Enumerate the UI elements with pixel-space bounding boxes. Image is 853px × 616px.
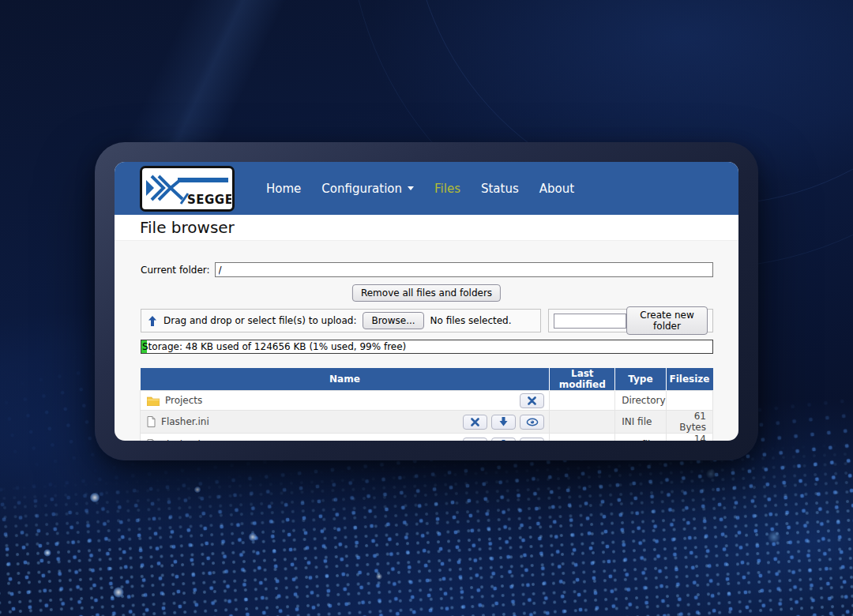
main-nav: HomeConfigurationFilesStatusAbout [266, 182, 574, 196]
view-button[interactable] [520, 415, 544, 430]
page-title: File browser [140, 218, 235, 237]
download-button[interactable] [491, 415, 516, 430]
segger-logo-icon: SEGGER [143, 169, 231, 208]
delete-icon [471, 441, 479, 441]
table-header-row: Name Last modified Type Filesize [141, 368, 713, 391]
background-particles [0, 438, 853, 616]
column-header-filesize[interactable]: Filesize [666, 368, 712, 391]
nav-item-about[interactable]: About [539, 182, 574, 196]
cell-type: Log file [615, 434, 666, 441]
background-streak [0, 0, 411, 142]
new-folder-input[interactable] [554, 314, 626, 329]
cell-filesize: 14 Bytes [666, 434, 712, 441]
row-actions [463, 438, 544, 441]
view-button[interactable] [520, 438, 544, 441]
storage-text: Storage: 48 KB used of 124656 KB (1% use… [142, 340, 406, 354]
current-folder-row: Current folder: [141, 262, 713, 277]
download-icon [499, 417, 508, 426]
nav-item-home[interactable]: Home [266, 182, 301, 196]
web-page: SEGGER HomeConfigurationFilesStatusAbout… [115, 162, 738, 441]
column-header-type[interactable]: Type [615, 368, 666, 391]
upload-arrow-icon [148, 316, 157, 326]
cell-filesize: 61 Bytes [666, 411, 712, 434]
delete-button[interactable] [520, 393, 544, 408]
delete-button[interactable] [463, 438, 487, 441]
folder-icon [147, 396, 160, 406]
background-bokeh [0, 442, 853, 616]
segger-logo[interactable]: SEGGER [140, 166, 235, 212]
delete-button[interactable] [463, 415, 487, 430]
file-icon [147, 439, 156, 441]
no-files-text: No files selected. [430, 315, 512, 326]
nav-item-configuration[interactable]: Configuration [321, 182, 414, 196]
download-button[interactable] [491, 438, 516, 441]
cell-filesize [666, 391, 712, 411]
chevron-down-icon [408, 186, 414, 190]
file-icon [147, 416, 156, 427]
column-header-last-modified[interactable]: Last modified [550, 368, 615, 391]
current-folder-input[interactable] [215, 262, 713, 277]
file-name: Flasher.log [161, 439, 212, 441]
cell-last-modified [550, 411, 615, 434]
view-icon [526, 418, 539, 426]
cell-last-modified [550, 391, 615, 411]
file-name: Flasher.ini [161, 416, 209, 427]
cell-type: INI file [615, 411, 666, 434]
file-name: Projects [165, 395, 202, 406]
upload-dropzone[interactable]: Drag and drop or select file(s) to uploa… [141, 309, 541, 332]
svg-text:SEGGER: SEGGER [187, 193, 231, 207]
cell-type: Directory [615, 391, 666, 411]
site-header: SEGGER HomeConfigurationFilesStatusAbout [115, 162, 738, 215]
table-row: Flasher.log Log file 14 Bytes [141, 434, 713, 441]
upload-hint: Drag and drop or select file(s) to uploa… [163, 315, 356, 326]
title-bar: File browser [115, 215, 738, 241]
column-header-name[interactable]: Name [141, 368, 550, 391]
row-actions [520, 393, 544, 408]
file-table: Name Last modified Type Filesize Project… [140, 368, 713, 441]
download-icon [499, 440, 508, 441]
nav-item-status[interactable]: Status [481, 182, 519, 196]
create-folder-button[interactable]: Create new folder [626, 306, 708, 335]
delete-icon [528, 396, 536, 405]
nav-item-files[interactable]: Files [434, 182, 460, 196]
row-actions [463, 415, 544, 430]
browse-button[interactable]: Browse... [363, 312, 423, 329]
current-folder-label: Current folder: [141, 265, 210, 276]
cell-last-modified [550, 434, 615, 441]
content-area: Current folder: Remove all files and fol… [115, 241, 738, 441]
delete-icon [471, 418, 479, 426]
table-row: Projects Directory [141, 391, 713, 411]
create-folder-group: Create new folder [548, 309, 713, 332]
storage-meter: Storage: 48 KB used of 124656 KB (1% use… [141, 340, 713, 354]
view-icon [526, 441, 539, 441]
table-row: Flasher.ini INI file 61 Bytes [141, 411, 713, 434]
browser-window: SEGGER HomeConfigurationFilesStatusAbout… [95, 142, 758, 460]
remove-all-button[interactable]: Remove all files and folders [352, 284, 501, 302]
